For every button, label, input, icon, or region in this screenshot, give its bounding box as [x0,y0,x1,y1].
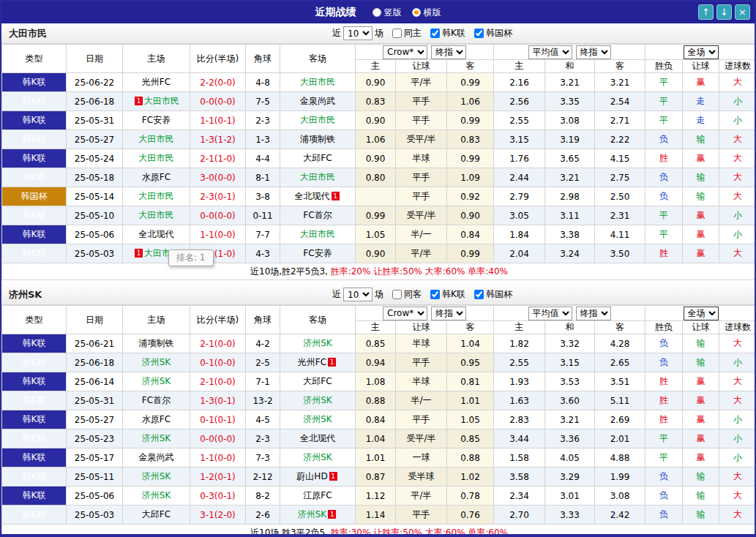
match-type-cell[interactable]: 韩K联 [2,448,67,467]
home-team-link[interactable]: 济州SK [142,490,171,500]
table-row[interactable]: 韩K联25-05-31FC安养1-1(0-1)2-3大田市民0.90平手0.99… [2,111,756,130]
score-link[interactable]: 0-1(0-1) [200,415,236,425]
home-team-link[interactable]: 大田市民 [144,96,179,106]
table-row[interactable]: 韩K联25-05-031大田市民2-1(1-0)4-3FC安养0.90平/半0.… [2,244,756,263]
home-team-link[interactable]: 水原FC [142,172,171,182]
score-link[interactable]: 0-1(0-0) [200,358,236,368]
odds-source-select[interactable]: Crow* [383,45,427,59]
score-link[interactable]: 0-0(0-0) [200,211,236,221]
away-team-link[interactable]: 大田市民 [300,172,335,182]
match-type-cell[interactable]: 韩K联 [2,168,67,187]
match-type-cell[interactable]: 韩K联 [2,506,67,525]
odds-source-select[interactable]: Crow* [383,307,427,320]
home-team-link[interactable]: FC安养 [142,115,171,125]
away-team-link[interactable]: 全北现代 [300,433,335,443]
away-team-link[interactable]: 浦项制铁 [300,134,335,144]
home-team-link[interactable]: 金泉尚武 [139,452,174,462]
final-odds-select[interactable]: 终指 [431,307,466,320]
away-team-link[interactable]: 大田市民 [300,77,335,87]
match-type-cell[interactable]: 韩K联 [2,111,67,130]
match-type-cell[interactable]: 韩K联 [2,225,67,244]
league-checkbox[interactable]: 韩K联 [430,288,465,301]
scroll-down-button[interactable]: ↓ [716,4,732,20]
score-link[interactable]: 2-1(0-0) [200,339,236,349]
score-link[interactable]: 2-2(0-0) [200,78,236,88]
away-team-link[interactable]: 蔚山HD [296,471,327,481]
final-odds-select[interactable]: 终指 [431,45,466,59]
home-team-link[interactable]: 济州SK [142,376,171,386]
away-team-link[interactable]: 济州SK [303,414,332,424]
table-row[interactable]: 韩K联25-05-27水原FC0-1(0-1)4-5济州SK0.84平手1.05… [2,410,756,429]
match-type-cell[interactable]: 韩K联 [2,206,67,225]
home-team-link[interactable]: 济州SK [142,433,171,443]
average-select[interactable]: 平均值 [528,307,572,320]
away-team-link[interactable]: 济州SK [303,452,332,462]
home-team-link[interactable]: 大田市民 [139,191,174,201]
away-team-link[interactable]: 大邱FC [303,376,332,386]
match-type-cell[interactable]: 韩K联 [2,467,67,487]
match-type-cell[interactable]: 韩K联 [2,334,67,353]
match-type-cell[interactable]: 韩K联 [2,353,67,372]
games-count-select[interactable]: 10 [343,288,373,301]
away-team-link[interactable]: 济州SK [298,509,327,519]
close-button[interactable]: × [735,4,750,20]
away-team-link[interactable]: 全北现代 [295,191,330,201]
away-team-link[interactable]: 济州SK [303,338,332,348]
score-link[interactable]: 0-0(0-0) [200,97,236,107]
away-team-link[interactable]: 大田市民 [300,115,335,125]
away-team-link[interactable]: FC安养 [303,248,332,258]
match-type-cell[interactable]: 韩K联 [2,487,67,506]
table-row[interactable]: 韩K联25-05-31FC首尔1-3(0-1)13-2济州SK0.88半/一1.… [2,391,756,410]
home-team-link[interactable]: 大邱FC [142,509,171,519]
table-row[interactable]: 韩K联25-05-18水原FC3-0(0-0)8-1大田市民0.80平手1.09… [2,168,756,187]
table-row[interactable]: 韩K联25-05-23济州SK0-0(0-0)2-3全北现代1.04受平/半0.… [2,429,756,448]
scroll-up-button[interactable]: ↑ [698,4,714,20]
cup-checkbox[interactable]: 韩国杯 [474,288,512,301]
away-team-link[interactable]: 光州FC [298,357,326,367]
table-row[interactable]: 韩K联25-06-18济州SK0-1(0-0)2-5光州FC10.94平手0.9… [2,353,756,372]
home-team-link[interactable]: 浦项制铁 [139,338,174,348]
table-row[interactable]: 韩K联25-05-24大田市民2-1(1-0)4-4大邱FC0.90半球0.99… [2,149,756,168]
away-team-link[interactable]: 大邱FC [303,153,332,163]
score-link[interactable]: 1-3(0-1) [200,396,236,406]
score-link[interactable]: 1-1(0-0) [200,230,236,240]
score-link[interactable]: 1-1(0-1) [200,116,236,126]
final-average-select[interactable]: 终指 [576,45,611,59]
games-count-select[interactable]: 10 [343,26,373,40]
league-checkbox[interactable]: 韩K联 [430,27,465,40]
match-type-cell[interactable]: 韩K联 [2,130,67,149]
table-row[interactable]: 韩K联25-05-10大田市民0-0(0-0)0-11FC首尔0.99受平/半0… [2,206,756,225]
score-link[interactable]: 1-2(0-1) [200,472,236,482]
match-type-cell[interactable]: 韩K联 [2,149,67,168]
scope-select[interactable]: 全场 [684,307,719,320]
home-team-link[interactable]: 大田市民 [139,153,174,163]
table-row[interactable]: 韩K联25-05-27大田市民1-3(1-2)1-3浦项制铁1.06受平/半0.… [2,130,756,149]
away-team-link[interactable]: 金泉尚武 [300,96,335,106]
home-team-link[interactable]: 全北现代 [139,229,174,239]
table-row[interactable]: 韩K联25-06-14济州SK2-1(0-0)7-1大邱FC1.08半球0.81… [2,372,756,391]
score-link[interactable]: 2-3(0-1) [200,192,236,202]
away-team-link[interactable]: 济州SK [303,395,332,405]
score-link[interactable]: 0-0(0-0) [200,434,236,444]
table-row[interactable]: 韩K联25-06-181大田市民0-0(0-0)7-5金泉尚武0.83平手1.0… [2,92,756,111]
match-type-cell[interactable]: 韩K联 [2,429,67,448]
match-type-cell[interactable]: 韩K联 [2,92,67,111]
average-select[interactable]: 平均值 [528,45,572,59]
match-type-cell[interactable]: 韩K联 [2,73,67,92]
home-team-link[interactable]: FC首尔 [142,395,171,405]
same-side-checkbox[interactable]: 同主 [392,27,422,40]
home-team-link[interactable]: 光州FC [142,77,171,87]
table-row[interactable]: 韩K联25-06-21浦项制铁2-1(0-0)4-2济州SK0.85半球1.04… [2,334,756,353]
table-row[interactable]: 韩K联25-05-17金泉尚武1-1(0-0)7-3济州SK1.01一球0.88… [2,448,756,467]
match-type-cell[interactable]: 韩K联 [2,391,67,410]
table-row[interactable]: 韩K联25-06-22光州FC2-2(0-0)4-8大田市民0.90平/半0.9… [2,73,756,92]
match-type-cell[interactable]: 韩K联 [2,244,67,263]
score-link[interactable]: 2-1(1-0) [200,154,236,164]
vertical-layout-radio[interactable]: 竖版 [373,7,402,19]
home-team-link[interactable]: 大田市民 [139,134,174,144]
same-side-checkbox[interactable]: 同客 [392,288,422,301]
horizontal-layout-radio[interactable]: 横版 [412,7,441,19]
away-team-link[interactable]: 江原FC [303,490,332,500]
match-type-cell[interactable]: 韩K联 [2,410,67,429]
score-link[interactable]: 2-1(0-0) [200,377,236,387]
